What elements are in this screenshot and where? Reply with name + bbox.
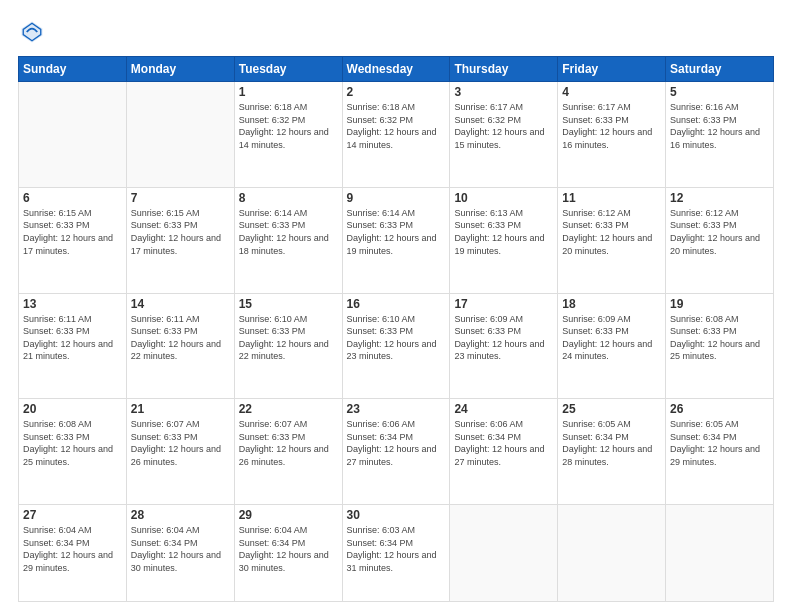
calendar-cell: 14Sunrise: 6:11 AM Sunset: 6:33 PM Dayli…: [126, 293, 234, 399]
calendar-cell: 10Sunrise: 6:13 AM Sunset: 6:33 PM Dayli…: [450, 187, 558, 293]
day-number: 18: [562, 297, 661, 311]
day-number: 21: [131, 402, 230, 416]
day-info: Sunrise: 6:10 AM Sunset: 6:33 PM Dayligh…: [239, 313, 338, 363]
weekday-header-monday: Monday: [126, 57, 234, 82]
calendar-table: SundayMondayTuesdayWednesdayThursdayFrid…: [18, 56, 774, 602]
day-info: Sunrise: 6:12 AM Sunset: 6:33 PM Dayligh…: [562, 207, 661, 257]
weekday-header-saturday: Saturday: [666, 57, 774, 82]
day-number: 5: [670, 85, 769, 99]
day-info: Sunrise: 6:15 AM Sunset: 6:33 PM Dayligh…: [131, 207, 230, 257]
calendar-cell: 7Sunrise: 6:15 AM Sunset: 6:33 PM Daylig…: [126, 187, 234, 293]
day-info: Sunrise: 6:07 AM Sunset: 6:33 PM Dayligh…: [239, 418, 338, 468]
day-number: 15: [239, 297, 338, 311]
day-info: Sunrise: 6:05 AM Sunset: 6:34 PM Dayligh…: [562, 418, 661, 468]
day-info: Sunrise: 6:18 AM Sunset: 6:32 PM Dayligh…: [347, 101, 446, 151]
day-info: Sunrise: 6:08 AM Sunset: 6:33 PM Dayligh…: [670, 313, 769, 363]
calendar-cell: 9Sunrise: 6:14 AM Sunset: 6:33 PM Daylig…: [342, 187, 450, 293]
day-info: Sunrise: 6:04 AM Sunset: 6:34 PM Dayligh…: [239, 524, 338, 574]
day-number: 9: [347, 191, 446, 205]
calendar-cell: [450, 505, 558, 602]
calendar-cell: 4Sunrise: 6:17 AM Sunset: 6:33 PM Daylig…: [558, 82, 666, 188]
logo: [18, 18, 50, 46]
calendar-cell: 24Sunrise: 6:06 AM Sunset: 6:34 PM Dayli…: [450, 399, 558, 505]
day-info: Sunrise: 6:09 AM Sunset: 6:33 PM Dayligh…: [454, 313, 553, 363]
day-info: Sunrise: 6:09 AM Sunset: 6:33 PM Dayligh…: [562, 313, 661, 363]
day-number: 2: [347, 85, 446, 99]
page: SundayMondayTuesdayWednesdayThursdayFrid…: [0, 0, 792, 612]
calendar-week-3: 13Sunrise: 6:11 AM Sunset: 6:33 PM Dayli…: [19, 293, 774, 399]
day-number: 17: [454, 297, 553, 311]
calendar-cell: 20Sunrise: 6:08 AM Sunset: 6:33 PM Dayli…: [19, 399, 127, 505]
day-info: Sunrise: 6:08 AM Sunset: 6:33 PM Dayligh…: [23, 418, 122, 468]
header: [18, 18, 774, 46]
calendar-cell: 6Sunrise: 6:15 AM Sunset: 6:33 PM Daylig…: [19, 187, 127, 293]
calendar-cell: 8Sunrise: 6:14 AM Sunset: 6:33 PM Daylig…: [234, 187, 342, 293]
calendar-cell: [558, 505, 666, 602]
calendar-week-5: 27Sunrise: 6:04 AM Sunset: 6:34 PM Dayli…: [19, 505, 774, 602]
calendar-cell: 13Sunrise: 6:11 AM Sunset: 6:33 PM Dayli…: [19, 293, 127, 399]
day-number: 20: [23, 402, 122, 416]
day-info: Sunrise: 6:14 AM Sunset: 6:33 PM Dayligh…: [239, 207, 338, 257]
calendar-cell: [19, 82, 127, 188]
logo-icon: [18, 18, 46, 46]
day-number: 29: [239, 508, 338, 522]
day-number: 22: [239, 402, 338, 416]
weekday-header-wednesday: Wednesday: [342, 57, 450, 82]
day-number: 25: [562, 402, 661, 416]
calendar-cell: 18Sunrise: 6:09 AM Sunset: 6:33 PM Dayli…: [558, 293, 666, 399]
calendar-week-2: 6Sunrise: 6:15 AM Sunset: 6:33 PM Daylig…: [19, 187, 774, 293]
calendar-cell: 2Sunrise: 6:18 AM Sunset: 6:32 PM Daylig…: [342, 82, 450, 188]
day-info: Sunrise: 6:11 AM Sunset: 6:33 PM Dayligh…: [23, 313, 122, 363]
calendar-cell: 22Sunrise: 6:07 AM Sunset: 6:33 PM Dayli…: [234, 399, 342, 505]
calendar-cell: [666, 505, 774, 602]
day-number: 28: [131, 508, 230, 522]
calendar-week-1: 1Sunrise: 6:18 AM Sunset: 6:32 PM Daylig…: [19, 82, 774, 188]
day-info: Sunrise: 6:11 AM Sunset: 6:33 PM Dayligh…: [131, 313, 230, 363]
calendar-cell: 11Sunrise: 6:12 AM Sunset: 6:33 PM Dayli…: [558, 187, 666, 293]
day-number: 23: [347, 402, 446, 416]
day-info: Sunrise: 6:06 AM Sunset: 6:34 PM Dayligh…: [347, 418, 446, 468]
weekday-header-row: SundayMondayTuesdayWednesdayThursdayFrid…: [19, 57, 774, 82]
day-info: Sunrise: 6:04 AM Sunset: 6:34 PM Dayligh…: [23, 524, 122, 574]
day-number: 8: [239, 191, 338, 205]
weekday-header-friday: Friday: [558, 57, 666, 82]
svg-marker-0: [22, 22, 43, 43]
day-info: Sunrise: 6:13 AM Sunset: 6:33 PM Dayligh…: [454, 207, 553, 257]
day-number: 1: [239, 85, 338, 99]
calendar-cell: 1Sunrise: 6:18 AM Sunset: 6:32 PM Daylig…: [234, 82, 342, 188]
day-info: Sunrise: 6:06 AM Sunset: 6:34 PM Dayligh…: [454, 418, 553, 468]
calendar-cell: 23Sunrise: 6:06 AM Sunset: 6:34 PM Dayli…: [342, 399, 450, 505]
day-info: Sunrise: 6:03 AM Sunset: 6:34 PM Dayligh…: [347, 524, 446, 574]
day-info: Sunrise: 6:16 AM Sunset: 6:33 PM Dayligh…: [670, 101, 769, 151]
calendar-cell: 3Sunrise: 6:17 AM Sunset: 6:32 PM Daylig…: [450, 82, 558, 188]
day-number: 24: [454, 402, 553, 416]
calendar-cell: 15Sunrise: 6:10 AM Sunset: 6:33 PM Dayli…: [234, 293, 342, 399]
day-number: 26: [670, 402, 769, 416]
day-info: Sunrise: 6:07 AM Sunset: 6:33 PM Dayligh…: [131, 418, 230, 468]
calendar-week-4: 20Sunrise: 6:08 AM Sunset: 6:33 PM Dayli…: [19, 399, 774, 505]
day-info: Sunrise: 6:12 AM Sunset: 6:33 PM Dayligh…: [670, 207, 769, 257]
day-number: 7: [131, 191, 230, 205]
day-number: 19: [670, 297, 769, 311]
calendar-cell: 26Sunrise: 6:05 AM Sunset: 6:34 PM Dayli…: [666, 399, 774, 505]
calendar-cell: 17Sunrise: 6:09 AM Sunset: 6:33 PM Dayli…: [450, 293, 558, 399]
day-number: 30: [347, 508, 446, 522]
calendar-cell: 21Sunrise: 6:07 AM Sunset: 6:33 PM Dayli…: [126, 399, 234, 505]
calendar-cell: [126, 82, 234, 188]
day-number: 4: [562, 85, 661, 99]
day-info: Sunrise: 6:04 AM Sunset: 6:34 PM Dayligh…: [131, 524, 230, 574]
calendar-cell: 25Sunrise: 6:05 AM Sunset: 6:34 PM Dayli…: [558, 399, 666, 505]
day-info: Sunrise: 6:10 AM Sunset: 6:33 PM Dayligh…: [347, 313, 446, 363]
day-number: 10: [454, 191, 553, 205]
day-info: Sunrise: 6:15 AM Sunset: 6:33 PM Dayligh…: [23, 207, 122, 257]
day-number: 14: [131, 297, 230, 311]
calendar-cell: 29Sunrise: 6:04 AM Sunset: 6:34 PM Dayli…: [234, 505, 342, 602]
calendar-cell: 16Sunrise: 6:10 AM Sunset: 6:33 PM Dayli…: [342, 293, 450, 399]
weekday-header-tuesday: Tuesday: [234, 57, 342, 82]
day-info: Sunrise: 6:17 AM Sunset: 6:33 PM Dayligh…: [562, 101, 661, 151]
day-number: 6: [23, 191, 122, 205]
calendar-cell: 12Sunrise: 6:12 AM Sunset: 6:33 PM Dayli…: [666, 187, 774, 293]
day-number: 16: [347, 297, 446, 311]
day-info: Sunrise: 6:05 AM Sunset: 6:34 PM Dayligh…: [670, 418, 769, 468]
calendar-cell: 30Sunrise: 6:03 AM Sunset: 6:34 PM Dayli…: [342, 505, 450, 602]
